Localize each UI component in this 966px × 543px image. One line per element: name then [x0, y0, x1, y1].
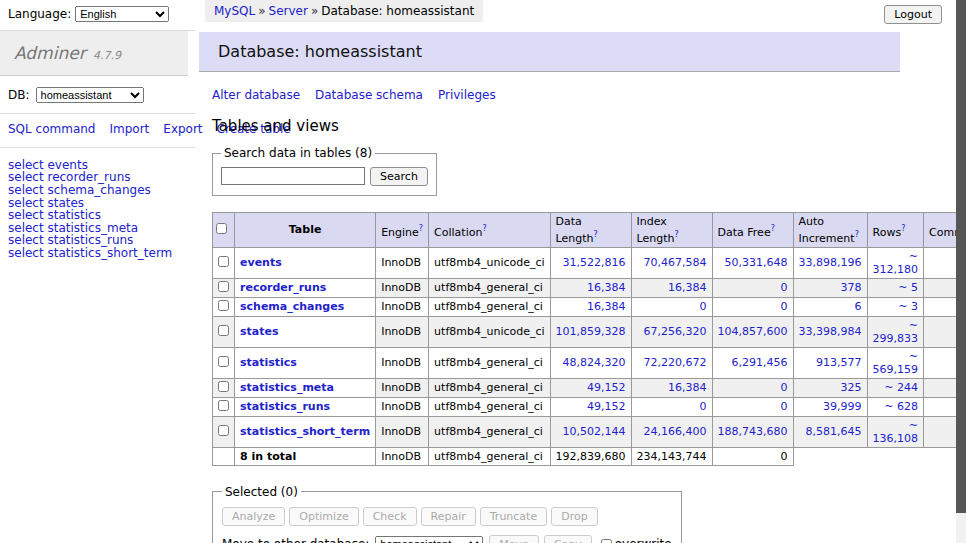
auto-increment-cell-value[interactable]: 325 [841, 381, 862, 394]
auto-increment-cell-value[interactable]: 8,581,645 [806, 425, 862, 438]
index-length-cell: 72,220,672 [631, 347, 712, 378]
index-length-cell-value[interactable]: 24,166,400 [644, 425, 707, 438]
auto-increment-cell-value[interactable]: 33,398,984 [799, 325, 862, 338]
db-select[interactable]: homeassistant [36, 87, 144, 103]
auto-increment-cell-value[interactable]: 913,577 [816, 356, 862, 369]
data-length-cell: 10,502,144 [550, 416, 631, 447]
data-free-cell-value[interactable]: 0 [781, 400, 788, 413]
index-length-cell-value[interactable]: 16,384 [668, 381, 707, 394]
sidebar-action-export[interactable]: Export [163, 122, 202, 136]
index-length-cell-value[interactable]: 0 [700, 300, 707, 313]
row-checkbox[interactable] [218, 256, 229, 267]
data-free-cell-value[interactable]: 104,857,600 [718, 325, 788, 338]
rows-cell-value[interactable]: ~ 628 [884, 400, 918, 413]
search-input[interactable] [221, 167, 365, 185]
index-length-cell-value[interactable]: 16,384 [668, 281, 707, 294]
breadcrumb-item[interactable]: MySQL [214, 4, 255, 18]
index-length-cell-value[interactable]: 67,256,320 [644, 325, 707, 338]
data-length-cell-value[interactable]: 16,384 [587, 300, 626, 313]
data-length-cell-value[interactable]: 31,522,816 [563, 256, 626, 269]
search-button[interactable]: Search [370, 167, 428, 186]
optimize-button[interactable]: Optimize [289, 507, 358, 526]
auto-increment-cell-value[interactable]: 39,999 [823, 400, 862, 413]
row-checkbox[interactable] [218, 381, 229, 392]
help-link[interactable]: ? [675, 230, 679, 239]
row-checkbox-cell [213, 247, 235, 278]
selected-legend: Selected (0) [222, 485, 301, 499]
rows-cell-value[interactable]: ~ 3 [898, 300, 918, 313]
table-link-statistics_meta[interactable]: statistics_meta [240, 381, 334, 394]
scrollbar-thumb[interactable] [956, 0, 966, 513]
auto-increment-cell-value[interactable]: 378 [841, 281, 862, 294]
data-free-cell-value[interactable]: 0 [781, 300, 788, 313]
link-alter-database[interactable]: Alter database [212, 88, 300, 102]
overwrite-checkbox[interactable] [601, 539, 612, 543]
rows-cell-value[interactable]: ~ 244 [884, 381, 918, 394]
help-link[interactable]: ? [419, 224, 423, 233]
rows-cell-value[interactable]: ~ 569,159 [873, 350, 919, 376]
help-link[interactable]: ? [855, 230, 859, 239]
table-link-statistics_short_term[interactable]: statistics_short_term [240, 425, 370, 438]
row-checkbox[interactable] [218, 300, 229, 311]
move-button[interactable]: Move [489, 535, 539, 543]
sidebar-item-select-schema_changes[interactable]: select schema_changes [8, 184, 187, 197]
help-link[interactable]: ? [771, 224, 775, 233]
select-all-cell [213, 213, 235, 248]
auto-increment-cell: 39,999 [793, 397, 867, 416]
data-length-cell-value[interactable]: 49,152 [587, 381, 626, 394]
auto-increment-cell-value[interactable]: 33,898,196 [799, 256, 862, 269]
link-database-schema[interactable]: Database schema [315, 88, 423, 102]
sidebar-item-select-statistics[interactable]: select statistics [8, 209, 187, 222]
row-checkbox[interactable] [218, 281, 229, 292]
data-free-cell-value[interactable]: 50,331,648 [725, 256, 788, 269]
data-free-cell-value[interactable]: 188,743,680 [718, 425, 788, 438]
rows-cell-value[interactable]: ~ 136,108 [873, 419, 919, 445]
data-free-cell-value[interactable]: 6,291,456 [732, 356, 788, 369]
index-length-cell-value[interactable]: 72,220,672 [644, 356, 707, 369]
data-free-cell-value[interactable]: 0 [781, 281, 788, 294]
data-length-cell-value[interactable]: 10,502,144 [563, 425, 626, 438]
sidebar-action-import[interactable]: Import [109, 122, 149, 136]
help-link[interactable]: ? [901, 224, 905, 233]
help-link[interactable]: ? [594, 230, 598, 239]
row-checkbox[interactable] [218, 400, 229, 411]
drop-button[interactable]: Drop [551, 507, 597, 526]
logout-button[interactable]: Logout [884, 5, 942, 24]
table-link-states[interactable]: states [240, 325, 279, 338]
row-checkbox[interactable] [218, 356, 229, 367]
sidebar-item-select-statistics_short_term[interactable]: select statistics_short_term [8, 247, 187, 260]
rows-cell-value[interactable]: ~ 312,180 [873, 250, 919, 276]
data-free-cell: 0 [712, 378, 793, 397]
index-length-cell-value[interactable]: 70,467,584 [644, 256, 707, 269]
check-button[interactable]: Check [363, 507, 417, 526]
row-checkbox[interactable] [218, 425, 229, 436]
rows-cell-value[interactable]: ~ 299,833 [873, 319, 919, 345]
language-select[interactable]: English [75, 6, 169, 22]
help-link[interactable]: ? [482, 224, 486, 233]
data-length-cell-value[interactable]: 16,384 [587, 281, 626, 294]
index-length-cell-value[interactable]: 0 [700, 400, 707, 413]
repair-button[interactable]: Repair [421, 507, 476, 526]
row-checkbox[interactable] [218, 325, 229, 336]
data-length-cell-value[interactable]: 49,152 [587, 400, 626, 413]
table-name-cell: statistics_meta [235, 378, 376, 397]
table-link-statistics[interactable]: statistics [240, 356, 297, 369]
select-all-checkbox[interactable] [216, 223, 227, 234]
breadcrumb-item[interactable]: Server [269, 4, 308, 18]
copy-button[interactable]: Copy [544, 535, 592, 543]
table-link-schema_changes[interactable]: schema_changes [240, 300, 344, 313]
auto-increment-cell-value[interactable]: 6 [855, 300, 862, 313]
link-privileges[interactable]: Privileges [438, 88, 496, 102]
analyze-button[interactable]: Analyze [222, 507, 285, 526]
table-link-statistics_runs[interactable]: statistics_runs [240, 400, 330, 413]
scrollbar[interactable] [956, 0, 966, 543]
rows-cell-value[interactable]: ~ 5 [898, 281, 918, 294]
data-length-cell-value[interactable]: 48,824,320 [563, 356, 626, 369]
data-free-cell-value[interactable]: 0 [781, 381, 788, 394]
table-link-recorder_runs[interactable]: recorder_runs [240, 281, 326, 294]
data-length-cell-value[interactable]: 101,859,328 [556, 325, 626, 338]
truncate-button[interactable]: Truncate [480, 507, 547, 526]
move-database-select[interactable]: homeassistant [375, 536, 483, 543]
table-link-events[interactable]: events [240, 256, 282, 269]
sidebar-action-sql-command[interactable]: SQL command [8, 122, 95, 136]
